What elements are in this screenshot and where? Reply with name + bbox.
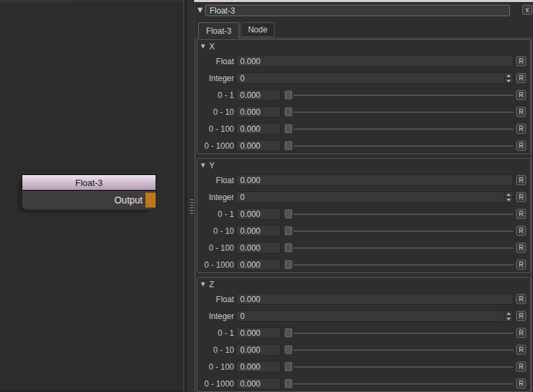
reset-button[interactable]: R — [516, 192, 526, 202]
slider-handle[interactable] — [285, 362, 292, 371]
slider[interactable] — [285, 89, 513, 101]
reset-button[interactable]: R — [516, 226, 526, 236]
slider-value-input[interactable]: 0.000 — [236, 259, 281, 270]
slider-handle[interactable] — [285, 260, 292, 269]
reset-button[interactable]: R — [516, 345, 526, 355]
slider-value-input[interactable]: 0.000 — [236, 344, 281, 356]
slider-handle[interactable] — [285, 141, 292, 150]
panel-collapse-icon[interactable]: ▼ — [198, 7, 203, 14]
slider-value-input[interactable]: 0.000 — [236, 361, 281, 372]
collapse-icon[interactable]: ▼ — [201, 163, 205, 168]
spinner-down-icon[interactable] — [505, 197, 513, 202]
slider[interactable] — [285, 259, 513, 270]
slider-track[interactable] — [294, 333, 513, 334]
reset-button[interactable]: R — [516, 294, 526, 304]
slider-track[interactable] — [294, 95, 513, 96]
slider-value-input[interactable]: 0.000 — [236, 225, 281, 237]
reset-button[interactable]: R — [516, 311, 526, 321]
slider-value-input[interactable]: 0.000 — [236, 208, 281, 220]
slider-value-input[interactable]: 0.000 — [236, 242, 281, 253]
reset-button[interactable]: R — [516, 209, 526, 219]
output-port[interactable] — [145, 193, 156, 207]
slider-track[interactable] — [294, 349, 513, 351]
slider[interactable] — [285, 344, 513, 356]
slider-value-input[interactable]: 0.000 — [236, 378, 281, 389]
slider[interactable] — [285, 225, 513, 237]
slider-handle[interactable] — [285, 345, 292, 354]
slider[interactable] — [285, 327, 513, 339]
float-input[interactable]: 0.000 — [236, 293, 513, 305]
slider-track[interactable] — [294, 112, 513, 113]
reset-button[interactable]: R — [516, 378, 526, 389]
slider-value-input[interactable]: 0.000 — [236, 123, 281, 134]
integer-input[interactable]: 0 — [236, 72, 513, 84]
reset-button[interactable]: R — [516, 175, 526, 185]
slider-handle[interactable] — [285, 107, 292, 116]
close-button[interactable]: x — [522, 5, 532, 15]
node-name-input[interactable] — [205, 5, 510, 16]
section-x-header[interactable]: ▼ X — [198, 40, 530, 53]
reset-button[interactable]: R — [516, 73, 526, 83]
splitter-grip-icon[interactable] — [190, 199, 193, 215]
slider-handle[interactable] — [285, 91, 292, 99]
slider-handle[interactable] — [285, 226, 292, 235]
spinner-down-icon[interactable] — [505, 78, 513, 83]
integer-input[interactable]: 0 — [236, 310, 513, 322]
slider-value-input[interactable]: 0.000 — [236, 327, 281, 339]
integer-label: Integer — [198, 312, 234, 321]
section-y-header[interactable]: ▼ Y — [198, 159, 530, 172]
reset-button[interactable]: R — [516, 124, 526, 134]
slider-handle[interactable] — [285, 243, 292, 252]
float-input[interactable]: 0.000 — [236, 174, 513, 186]
splitter[interactable] — [188, 0, 195, 392]
slider-label: 0 - 1000 — [198, 260, 234, 270]
slider-handle[interactable] — [285, 210, 292, 218]
spinner-up-icon[interactable] — [505, 311, 513, 316]
integer-input[interactable]: 0 — [236, 191, 513, 203]
slider[interactable] — [285, 378, 513, 389]
canvas-top-border — [71, 3, 183, 3]
properties-panel: ▼ x Float-3 Node ▼ X Float 0.000 R — [195, 0, 533, 392]
spinner-up-icon[interactable] — [505, 73, 513, 78]
slider-track[interactable] — [294, 366, 513, 368]
spinner-down-icon[interactable] — [505, 316, 513, 321]
reset-button[interactable]: R — [516, 362, 526, 372]
slider-handle[interactable] — [285, 124, 292, 133]
node-title-bar[interactable]: Float-3 — [22, 174, 156, 191]
slider-handle[interactable] — [285, 379, 292, 388]
slider[interactable] — [285, 106, 513, 118]
slider[interactable] — [285, 140, 513, 151]
slider-track[interactable] — [294, 145, 513, 147]
reset-button[interactable]: R — [516, 243, 526, 253]
tab-float-3[interactable]: Float-3 — [198, 22, 239, 39]
slider[interactable] — [285, 123, 513, 134]
slider-value-input[interactable]: 0.000 — [236, 89, 281, 101]
reset-button[interactable]: R — [516, 141, 526, 151]
reset-button[interactable]: R — [516, 56, 526, 66]
float-input[interactable]: 0.000 — [236, 55, 513, 67]
collapse-icon[interactable]: ▼ — [201, 282, 205, 287]
slider-handle[interactable] — [285, 328, 292, 337]
slider-value-input[interactable]: 0.000 — [236, 106, 281, 118]
reset-button[interactable]: R — [516, 107, 526, 117]
reset-button[interactable]: R — [516, 328, 526, 338]
reset-button[interactable]: R — [516, 90, 526, 100]
slider[interactable] — [285, 361, 513, 372]
slider-track[interactable] — [294, 383, 513, 385]
slider-track[interactable] — [294, 230, 513, 232]
slider-track[interactable] — [294, 128, 513, 130]
slider-track[interactable] — [294, 214, 513, 215]
slider[interactable] — [285, 242, 513, 253]
slider[interactable] — [285, 208, 513, 220]
collapse-icon[interactable]: ▼ — [201, 44, 205, 49]
spinner-up-icon[interactable] — [505, 192, 513, 197]
node-output-row[interactable]: Output — [22, 191, 156, 210]
slider-row-0-10: 0 - 10 0.000 R — [198, 222, 530, 239]
tab-node[interactable]: Node — [241, 22, 275, 37]
slider-value-input[interactable]: 0.000 — [236, 140, 281, 151]
slider-track[interactable] — [294, 247, 513, 249]
reset-button[interactable]: R — [516, 260, 526, 270]
node-graph-canvas[interactable]: Float-3 Output — [0, 0, 184, 392]
slider-track[interactable] — [294, 264, 513, 266]
section-z-header[interactable]: ▼ Z — [198, 278, 530, 291]
